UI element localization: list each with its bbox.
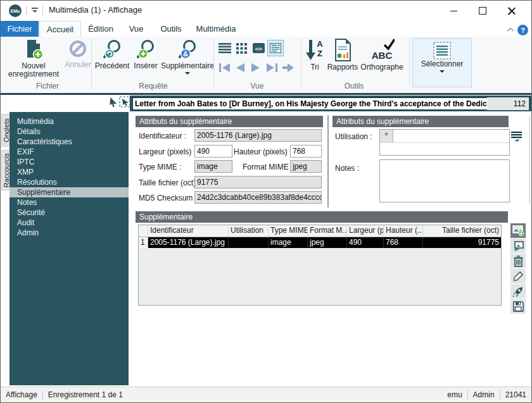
height-cell[interactable]: 768 xyxy=(384,237,423,248)
insert-query-icon xyxy=(135,39,156,60)
file-size-field[interactable]: 91775 xyxy=(194,176,322,189)
sidebar-item-iptc[interactable]: IPTC xyxy=(10,157,129,167)
list-view-button[interactable] xyxy=(218,41,232,55)
height-field[interactable]: 768 xyxy=(290,145,322,158)
tabs-sidebar: Multimédia Détails Caractéristiques EXIF… xyxy=(10,112,129,385)
tab-multimedia[interactable]: Multimédia xyxy=(192,21,240,37)
sidebar-item-exif[interactable]: EXIF xyxy=(10,147,129,157)
spelling-button[interactable]: ABC Orthographe xyxy=(358,39,405,71)
cancel-button[interactable]: Annuler xyxy=(61,39,94,69)
quick-access-toolbar-icon[interactable] xyxy=(31,8,39,14)
supplementary-query-button[interactable]: & Supplémentaire xyxy=(160,39,215,75)
sidebar-item-supplementaire[interactable]: Supplémentaire xyxy=(10,187,129,197)
sort-button[interactable]: A Z Tri xyxy=(303,39,327,71)
sidebar-item-notes[interactable]: Notes xyxy=(10,197,129,208)
first-record-button[interactable] xyxy=(217,61,231,74)
launch-viewer-button[interactable] xyxy=(510,284,526,299)
help-button[interactable]: ? xyxy=(517,25,528,35)
tab-edition[interactable]: Édition xyxy=(83,21,118,37)
add-image-icon xyxy=(512,225,524,237)
previous-query-button[interactable]: Précédent xyxy=(93,39,131,70)
column-header-identifier[interactable]: Identificateur xyxy=(148,225,229,237)
goto-record-button[interactable] xyxy=(281,61,295,74)
sidebar-item-xmp[interactable]: XMP xyxy=(10,167,129,177)
sidebar-item-admin[interactable]: Admin xyxy=(10,228,129,238)
tab-outils[interactable]: Outils xyxy=(154,21,188,37)
import-image-icon xyxy=(512,240,524,252)
record-summary-field[interactable]: Letter from Joah Bates to [Dr Burney], o… xyxy=(132,97,490,110)
md5-field[interactable]: 24d2c3dcabb40ce89b383af8de4cccc7 xyxy=(194,191,322,204)
next-record-button[interactable] xyxy=(249,61,263,74)
add-image-button[interactable] xyxy=(510,223,526,238)
mime-type-cell[interactable]: image xyxy=(269,237,308,248)
table-row[interactable]: 1 2005-1176 (Large).jpg image jpeg 490 7… xyxy=(139,237,501,248)
column-header-usage[interactable]: Utilisation xyxy=(229,225,269,237)
notes-field[interactable] xyxy=(379,159,510,202)
spelling-icon: ABC xyxy=(369,39,395,61)
minimize-icon xyxy=(450,11,457,11)
maximize-button[interactable] xyxy=(468,1,497,21)
collapse-ribbon-icon[interactable] xyxy=(507,27,514,32)
identifier-field[interactable]: 2005-1176 (Large).jpg xyxy=(194,129,322,142)
supplementary-table: Identificateur Utilisation Type MIME For… xyxy=(138,225,502,306)
grid-view-button[interactable] xyxy=(234,41,248,55)
column-header-mime-type[interactable]: Type MIME xyxy=(269,225,308,237)
svg-text:A: A xyxy=(317,39,323,49)
delete-row-button[interactable] xyxy=(510,254,526,268)
usage-grid-line xyxy=(380,142,509,143)
import-image-button[interactable] xyxy=(510,239,526,253)
select-button[interactable]: Sélectionner xyxy=(412,38,472,87)
tab-accueil[interactable]: Accueil xyxy=(39,21,81,37)
sidebar-item-details[interactable]: Détails xyxy=(10,127,129,137)
cancel-icon xyxy=(68,39,88,59)
previous-record-button[interactable] xyxy=(233,61,247,74)
insert-query-button[interactable]: Insérer xyxy=(131,39,160,70)
sidebar-item-audit[interactable]: Audit xyxy=(10,218,129,228)
minimize-button[interactable] xyxy=(439,1,468,21)
usage-grid[interactable]: * xyxy=(379,129,510,156)
mime-type-field[interactable]: image xyxy=(194,160,232,173)
marquee-select-button[interactable] xyxy=(118,96,130,108)
mime-format-label: Format MIME : xyxy=(243,163,293,171)
close-button[interactable] xyxy=(497,1,526,21)
emu-logo-icon[interactable]: EMu xyxy=(9,4,22,17)
titlebar-separator xyxy=(26,6,27,16)
code-view-button[interactable]: </> xyxy=(251,41,265,55)
usage-cell[interactable] xyxy=(229,237,269,248)
new-record-button[interactable]: Nouvel enregistrement xyxy=(6,39,61,78)
svg-text:ABC: ABC xyxy=(372,50,393,61)
panel-splitter[interactable] xyxy=(327,115,329,208)
sidebar-item-caracteristiques[interactable]: Caractéristiques xyxy=(10,137,129,147)
column-header-file-size[interactable]: Taille fichier (oct) xyxy=(423,225,501,237)
code-view-icon: </> xyxy=(253,43,265,53)
record-number-field[interactable]: 112 xyxy=(487,97,529,110)
trash-icon xyxy=(514,256,523,267)
width-cell[interactable]: 490 xyxy=(347,237,384,248)
mime-format-cell[interactable]: jpeg xyxy=(308,237,347,248)
group-label-requete: Requête xyxy=(93,82,213,91)
column-header-rownum[interactable] xyxy=(139,225,148,237)
tab-vue[interactable]: Vue xyxy=(122,21,150,37)
usage-new-row-marker[interactable]: * xyxy=(380,130,393,143)
list-view-icon xyxy=(218,43,231,53)
mime-format-field[interactable]: jpeg xyxy=(290,160,322,173)
form-view-button[interactable] xyxy=(267,40,284,56)
identifier-cell[interactable]: 2005-1176 (Large).jpg xyxy=(148,237,229,248)
column-header-height[interactable]: Hauteur (... xyxy=(384,225,423,237)
sidebar-item-securite[interactable]: Sécurité xyxy=(10,208,129,218)
save-file-button[interactable] xyxy=(510,299,526,314)
app-window: EMu Multimédia (1) - Affichage Fichier A… xyxy=(0,0,532,403)
usage-lookup-button[interactable] xyxy=(510,130,522,142)
file-size-cell[interactable]: 91775 xyxy=(423,237,501,248)
tab-fichier[interactable]: Fichier xyxy=(1,21,39,37)
reports-button[interactable]: Rapports xyxy=(327,39,358,71)
sidebar-item-multimedia[interactable]: Multimédia xyxy=(10,116,129,127)
pointer-tool-button[interactable] xyxy=(107,96,119,108)
edit-row-button[interactable] xyxy=(510,269,526,283)
column-header-width[interactable]: Largeur (p... xyxy=(347,225,384,237)
last-record-button[interactable] xyxy=(265,61,279,74)
width-field[interactable]: 490 xyxy=(194,145,232,158)
sidebar-item-resolutions[interactable]: Résolutions xyxy=(10,177,129,187)
column-header-mime-format[interactable]: Format M... xyxy=(308,225,347,237)
lookup-list-icon xyxy=(511,131,522,142)
